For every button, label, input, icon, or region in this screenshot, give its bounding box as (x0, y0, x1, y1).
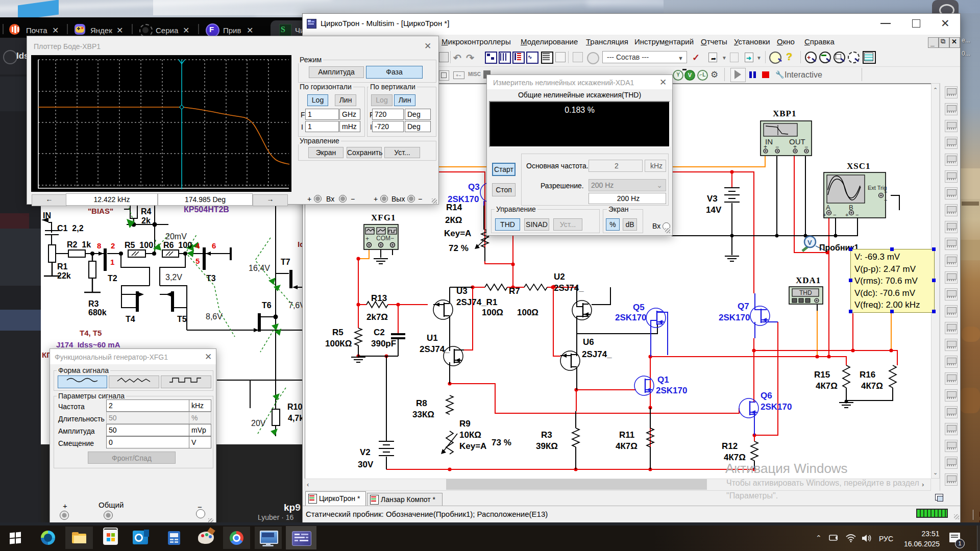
svg-text:2SJ74_: 2SJ74_ (582, 349, 612, 359)
svg-text:−: − (804, 143, 808, 151)
svg-text:Q6: Q6 (761, 391, 772, 400)
svg-text:+: + (884, 189, 887, 195)
svg-text:R7: R7 (509, 286, 520, 296)
svg-text:10КΩ: 10КΩ (459, 430, 481, 440)
svg-text:B: B (849, 204, 853, 211)
svg-text:33КΩ: 33КΩ (412, 410, 434, 419)
svg-text:Q7: Q7 (738, 302, 749, 311)
svg-text:2SJ74_R1: 2SJ74_R1 (456, 297, 497, 307)
svg-text:−: − (855, 212, 859, 218)
svg-text:4К7Ω: 4К7Ω (616, 441, 638, 451)
svg-text:V3: V3 (707, 194, 718, 204)
svg-text:Q3: Q3 (468, 182, 480, 192)
svg-text:2SK170: 2SK170 (719, 313, 750, 322)
svg-text:2КΩ: 2КΩ (445, 215, 462, 225)
svg-text:V2: V2 (360, 447, 371, 457)
svg-text:Key=A: Key=A (444, 229, 471, 238)
svg-text:R15: R15 (814, 370, 830, 380)
svg-text:39КΩ: 39КΩ (536, 441, 558, 451)
svg-text:390pF: 390pF (371, 339, 396, 348)
svg-text:OUT: OUT (789, 137, 805, 146)
svg-text:Q1: Q1 (657, 375, 669, 385)
svg-text:2k7Ω: 2k7Ω (366, 312, 388, 322)
svg-text:14V: 14V (706, 205, 722, 215)
svg-text:4К7Ω: 4К7Ω (861, 381, 883, 391)
svg-text:+: + (365, 235, 369, 242)
svg-text:V: V (807, 239, 812, 246)
svg-text:R9: R9 (459, 419, 471, 429)
svg-text:−: − (775, 143, 779, 151)
svg-text:2SK170: 2SK170 (761, 402, 792, 412)
svg-text:XSC1: XSC1 (847, 161, 871, 171)
svg-text:2SK170: 2SK170 (615, 313, 646, 322)
svg-text:R8: R8 (416, 398, 427, 408)
svg-text:XDA1: XDA1 (796, 276, 821, 285)
svg-text:−: − (884, 197, 887, 203)
svg-text:Key=A: Key=A (459, 441, 486, 451)
svg-text:Q5: Q5 (633, 303, 645, 312)
svg-text:2SK170: 2SK170 (656, 386, 687, 395)
svg-text:COM: COM (376, 235, 390, 242)
svg-text:100Ω: 100Ω (482, 308, 503, 317)
svg-text:4К7Ω: 4К7Ω (816, 381, 838, 391)
svg-text:R13: R13 (371, 293, 387, 303)
svg-text:+: + (823, 212, 826, 218)
svg-text:73 %: 73 % (492, 438, 511, 447)
svg-text:2SK170: 2SK170 (448, 194, 479, 204)
svg-text:U2: U2 (554, 272, 565, 282)
svg-text:THD: THD (799, 289, 812, 296)
svg-text:U1: U1 (427, 333, 438, 343)
svg-text:XBP1: XBP1 (773, 109, 797, 118)
svg-text:+: + (793, 143, 797, 151)
svg-text:R5: R5 (332, 328, 344, 337)
svg-text:A: A (826, 204, 830, 211)
svg-text:R11: R11 (619, 430, 634, 440)
svg-text:C2: C2 (374, 328, 385, 337)
svg-text:−: − (390, 235, 394, 242)
svg-text:R3: R3 (541, 430, 552, 440)
svg-text:XFG1: XFG1 (371, 213, 396, 222)
svg-text:+: + (764, 143, 767, 151)
svg-text:100Ω: 100Ω (517, 308, 538, 317)
svg-text:100КΩ: 100КΩ (325, 339, 352, 348)
svg-text:U6: U6 (583, 337, 594, 347)
svg-text:R16: R16 (860, 370, 875, 380)
svg-text:72 %: 72 % (449, 243, 469, 253)
svg-text:U3: U3 (456, 286, 468, 296)
svg-text:2SJ74_: 2SJ74_ (554, 283, 584, 293)
svg-text:2SJ74_: 2SJ74_ (420, 344, 450, 354)
svg-text:30V: 30V (358, 460, 374, 469)
svg-text:R12: R12 (722, 441, 738, 451)
svg-text:−: − (833, 212, 836, 218)
svg-text:+: + (845, 212, 848, 218)
